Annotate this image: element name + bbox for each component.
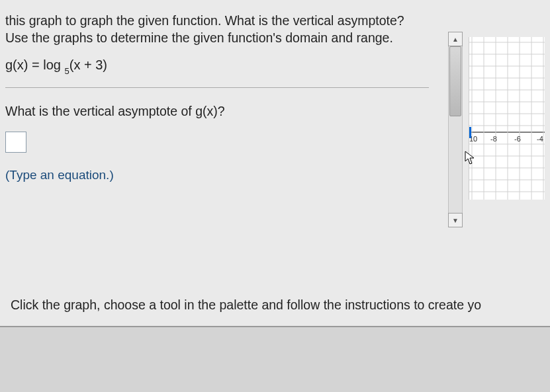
divider bbox=[5, 87, 429, 88]
chevron-down-icon: ▼ bbox=[452, 217, 459, 224]
equation-right: (x + 3) bbox=[69, 58, 107, 72]
problem-panel: this graph to graph the given function. … bbox=[0, 0, 550, 327]
equation-left: g(x) = log bbox=[5, 58, 61, 72]
scroll-up-button[interactable]: ▲ bbox=[448, 32, 463, 46]
axis-cursor bbox=[469, 127, 471, 138]
equation-subscript: 5 bbox=[65, 66, 69, 76]
graph-area[interactable]: 10 -8 -6 -4 bbox=[469, 37, 545, 200]
scroll-track[interactable] bbox=[448, 46, 463, 213]
equation: g(x) = log 5(x + 3) bbox=[5, 56, 429, 76]
scroll-thumb[interactable] bbox=[449, 46, 461, 116]
answer-input[interactable] bbox=[5, 132, 26, 153]
grid-svg: 10 -8 -6 -4 bbox=[469, 37, 545, 200]
scroll-down-button[interactable]: ▼ bbox=[448, 213, 463, 227]
tick-label: -4 bbox=[537, 135, 543, 143]
text-area: this graph to graph the given function. … bbox=[5, 12, 429, 184]
scrollbar: ▲ ▼ bbox=[448, 32, 463, 227]
instruction-text: this graph to graph the given function. … bbox=[5, 12, 429, 47]
tick-label: -8 bbox=[490, 135, 497, 143]
footer-instruction: Click the graph, choose a tool in the pa… bbox=[11, 297, 481, 313]
content-wrap: this graph to graph the given function. … bbox=[5, 12, 545, 321]
question-text: What is the vertical asymptote of g(x)? bbox=[5, 102, 429, 120]
tick-label: -6 bbox=[514, 135, 521, 143]
hint-text: (Type an equation.) bbox=[5, 167, 429, 184]
chevron-up-icon: ▲ bbox=[452, 36, 459, 43]
